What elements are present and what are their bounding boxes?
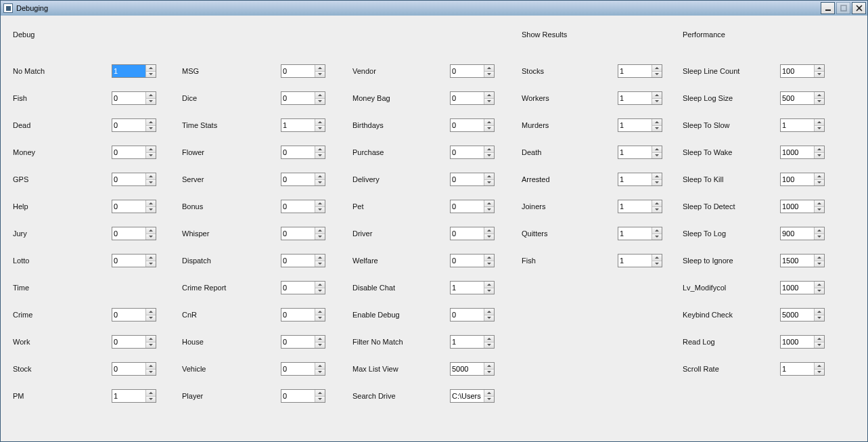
sleep-to-ignore-input[interactable] bbox=[781, 255, 814, 267]
joiners-input[interactable] bbox=[618, 200, 652, 213]
keybind-check-step-down[interactable] bbox=[815, 315, 824, 322]
work-step-down[interactable] bbox=[146, 342, 156, 349]
welfare-spinner[interactable] bbox=[450, 254, 495, 267]
money-bag-spinner[interactable] bbox=[450, 91, 495, 105]
gps-input[interactable] bbox=[112, 173, 145, 185]
sleep-log-size-input[interactable] bbox=[781, 92, 814, 104]
server-input[interactable] bbox=[281, 173, 315, 185]
dead-input[interactable] bbox=[112, 119, 145, 131]
minimize-button[interactable] bbox=[821, 2, 835, 14]
player-spinner[interactable] bbox=[281, 389, 325, 403]
vehicle-step-up[interactable] bbox=[315, 363, 325, 370]
sleep-line-count-input[interactable] bbox=[781, 65, 814, 77]
titlebar[interactable]: Debuging bbox=[1, 1, 867, 16]
time-stats-spinner[interactable] bbox=[281, 118, 325, 132]
purchase-input[interactable] bbox=[451, 146, 484, 158]
birthdays-step-up[interactable] bbox=[484, 119, 494, 126]
filter-no-match-input[interactable] bbox=[451, 336, 484, 348]
lv-modifycol-step-down[interactable] bbox=[815, 288, 824, 294]
disable-chat-step-up[interactable] bbox=[484, 282, 494, 288]
help-step-up[interactable] bbox=[146, 200, 156, 207]
vehicle-input[interactable] bbox=[281, 363, 315, 375]
sleep-log-size-step-up[interactable] bbox=[815, 92, 824, 99]
close-button[interactable] bbox=[852, 2, 866, 14]
dispatch-step-up[interactable] bbox=[315, 255, 325, 261]
delivery-input[interactable] bbox=[451, 173, 484, 185]
quitters-step-down[interactable] bbox=[652, 234, 662, 240]
vehicle-step-down[interactable] bbox=[315, 370, 325, 376]
flower-step-down[interactable] bbox=[315, 153, 325, 159]
sleep-line-count-step-up[interactable] bbox=[815, 65, 824, 72]
sleep-to-detect-step-down[interactable] bbox=[815, 207, 824, 213]
welfare-step-down[interactable] bbox=[484, 261, 494, 267]
pet-step-down[interactable] bbox=[484, 207, 494, 213]
search-drive-step-down[interactable] bbox=[484, 397, 494, 403]
joiners-spinner[interactable] bbox=[618, 200, 662, 213]
read-log-spinner[interactable] bbox=[780, 335, 825, 349]
help-input[interactable] bbox=[112, 200, 145, 213]
gps-spinner[interactable] bbox=[112, 173, 156, 186]
scroll-rate-spinner[interactable] bbox=[780, 362, 825, 376]
bonus-step-down[interactable] bbox=[315, 207, 325, 213]
house-input[interactable] bbox=[281, 336, 315, 348]
delivery-step-down[interactable] bbox=[484, 180, 494, 186]
scroll-rate-step-up[interactable] bbox=[815, 363, 824, 370]
sleep-to-kill-spinner[interactable] bbox=[780, 173, 825, 186]
search-drive-input[interactable] bbox=[451, 390, 484, 402]
time-stats-step-up[interactable] bbox=[315, 119, 325, 126]
time-stats-input[interactable] bbox=[281, 119, 315, 131]
workers-input[interactable] bbox=[618, 92, 652, 104]
dice-input[interactable] bbox=[281, 92, 315, 104]
sleep-to-ignore-step-down[interactable] bbox=[815, 261, 824, 267]
arrested-step-down[interactable] bbox=[652, 180, 662, 186]
arrested-spinner[interactable] bbox=[618, 173, 662, 186]
crime-spinner[interactable] bbox=[112, 308, 156, 322]
jury-step-up[interactable] bbox=[146, 227, 156, 234]
max-list-view-step-down[interactable] bbox=[484, 370, 494, 376]
jury-spinner[interactable] bbox=[112, 227, 156, 240]
cnr-input[interactable] bbox=[281, 309, 315, 321]
money-bag-step-down[interactable] bbox=[484, 99, 494, 105]
murders-spinner[interactable] bbox=[618, 118, 662, 132]
sleep-to-kill-input[interactable] bbox=[781, 173, 814, 185]
msg-step-down[interactable] bbox=[315, 72, 325, 78]
crime-report-input[interactable] bbox=[281, 282, 315, 294]
vendor-step-down[interactable] bbox=[484, 72, 494, 78]
death-spinner[interactable] bbox=[618, 146, 662, 159]
workers-step-up[interactable] bbox=[652, 92, 662, 99]
pm-step-down[interactable] bbox=[146, 397, 156, 403]
enable-debug-step-up[interactable] bbox=[484, 309, 494, 315]
cnr-spinner[interactable] bbox=[281, 308, 325, 322]
quitters-spinner[interactable] bbox=[618, 227, 662, 240]
disable-chat-input[interactable] bbox=[451, 282, 484, 294]
bonus-spinner[interactable] bbox=[281, 200, 325, 213]
birthdays-input[interactable] bbox=[451, 119, 484, 131]
sleep-to-slow-step-down[interactable] bbox=[815, 126, 824, 132]
sleep-to-log-step-up[interactable] bbox=[815, 227, 824, 234]
dice-step-down[interactable] bbox=[315, 99, 325, 105]
whisper-step-up[interactable] bbox=[315, 227, 325, 234]
flower-spinner[interactable] bbox=[281, 146, 325, 159]
sr-fish-step-down[interactable] bbox=[652, 261, 662, 267]
quitters-step-up[interactable] bbox=[652, 227, 662, 234]
read-log-input[interactable] bbox=[781, 336, 814, 348]
no-match-step-up[interactable] bbox=[146, 65, 156, 72]
purchase-spinner[interactable] bbox=[450, 146, 495, 159]
pet-spinner[interactable] bbox=[450, 200, 495, 213]
filter-no-match-spinner[interactable] bbox=[450, 335, 495, 349]
sleep-to-wake-input[interactable] bbox=[781, 146, 814, 158]
quitters-input[interactable] bbox=[618, 227, 652, 240]
house-step-up[interactable] bbox=[315, 336, 325, 342]
work-step-up[interactable] bbox=[146, 336, 156, 342]
disable-chat-spinner[interactable] bbox=[450, 281, 495, 294]
delivery-spinner[interactable] bbox=[450, 173, 495, 186]
dispatch-input[interactable] bbox=[281, 255, 315, 267]
sleep-to-log-spinner[interactable] bbox=[780, 227, 825, 240]
crime-report-spinner[interactable] bbox=[281, 281, 325, 294]
filter-no-match-step-up[interactable] bbox=[484, 336, 494, 342]
no-match-step-down[interactable] bbox=[146, 72, 156, 78]
joiners-step-up[interactable] bbox=[652, 200, 662, 207]
sleep-line-count-spinner[interactable] bbox=[780, 64, 825, 78]
gps-step-down[interactable] bbox=[146, 180, 156, 186]
vendor-step-up[interactable] bbox=[484, 65, 494, 72]
